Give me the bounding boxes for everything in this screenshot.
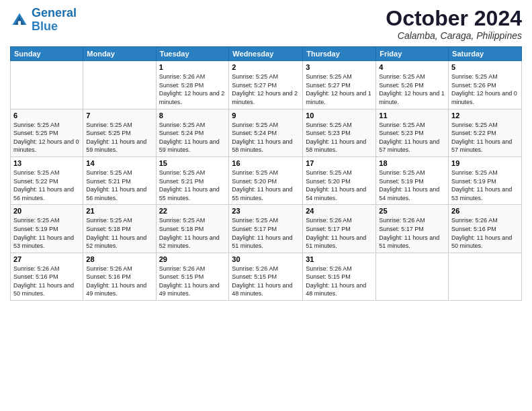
day-number: 7	[86, 111, 152, 120]
day-info: Sunrise: 5:26 AM Sunset: 5:15 PM Dayligh…	[306, 265, 373, 298]
calendar-cell: 8Sunrise: 5:25 AM Sunset: 5:24 PM Daylig…	[156, 109, 229, 156]
day-info: Sunrise: 5:25 AM Sunset: 5:18 PM Dayligh…	[86, 216, 152, 250]
calendar-cell: 24Sunrise: 5:26 AM Sunset: 5:17 PM Dayli…	[303, 205, 376, 253]
day-number: 17	[306, 159, 373, 167]
calendar-cell: 18Sunrise: 5:25 AM Sunset: 5:19 PM Dayli…	[376, 156, 449, 204]
calendar-cell: 25Sunrise: 5:26 AM Sunset: 5:17 PM Dayli…	[376, 205, 449, 253]
day-number: 23	[232, 207, 300, 215]
weekday-header-row: SundayMondayTuesdayWednesdayThursdayFrid…	[11, 47, 522, 61]
calendar-cell: 3Sunrise: 5:25 AM Sunset: 5:27 PM Daylig…	[303, 61, 376, 109]
location-title: Calamba, Caraga, Philippines	[386, 30, 522, 41]
calendar-cell: 29Sunrise: 5:26 AM Sunset: 5:15 PM Dayli…	[156, 253, 229, 300]
day-info: Sunrise: 5:25 AM Sunset: 5:19 PM Dayligh…	[13, 216, 80, 250]
calendar-cell	[83, 61, 156, 109]
day-number: 24	[306, 207, 373, 215]
calendar-cell	[376, 253, 449, 300]
day-info: Sunrise: 5:26 AM Sunset: 5:17 PM Dayligh…	[306, 216, 373, 250]
day-number: 8	[159, 111, 226, 120]
day-number: 12	[451, 111, 519, 120]
calendar-cell: 13Sunrise: 5:25 AM Sunset: 5:22 PM Dayli…	[11, 156, 83, 204]
calendar-cell: 19Sunrise: 5:25 AM Sunset: 5:19 PM Dayli…	[449, 156, 522, 204]
header: General Blue October 2024 Calamba, Carag…	[10, 7, 522, 41]
day-number: 18	[379, 159, 445, 167]
calendar-cell: 9Sunrise: 5:25 AM Sunset: 5:24 PM Daylig…	[229, 109, 303, 156]
calendar-cell: 27Sunrise: 5:26 AM Sunset: 5:16 PM Dayli…	[11, 253, 83, 300]
day-info: Sunrise: 5:25 AM Sunset: 5:20 PM Dayligh…	[232, 169, 300, 202]
day-number: 30	[232, 255, 300, 263]
month-title: October 2024	[386, 7, 522, 30]
day-info: Sunrise: 5:25 AM Sunset: 5:19 PM Dayligh…	[379, 169, 445, 202]
calendar: SundayMondayTuesdayWednesdayThursdayFrid…	[10, 46, 522, 301]
calendar-cell: 12Sunrise: 5:25 AM Sunset: 5:22 PM Dayli…	[449, 109, 522, 156]
day-info: Sunrise: 5:25 AM Sunset: 5:22 PM Dayligh…	[13, 169, 80, 202]
day-number: 10	[306, 111, 373, 120]
day-info: Sunrise: 5:25 AM Sunset: 5:25 PM Dayligh…	[13, 121, 80, 154]
calendar-cell: 28Sunrise: 5:26 AM Sunset: 5:16 PM Dayli…	[83, 253, 156, 300]
day-info: Sunrise: 5:25 AM Sunset: 5:21 PM Dayligh…	[159, 169, 226, 202]
day-number: 22	[159, 207, 226, 215]
day-number: 15	[159, 159, 226, 167]
day-info: Sunrise: 5:26 AM Sunset: 5:17 PM Dayligh…	[379, 216, 445, 250]
calendar-cell	[449, 253, 522, 300]
day-info: Sunrise: 5:26 AM Sunset: 5:16 PM Dayligh…	[13, 265, 80, 298]
day-info: Sunrise: 5:25 AM Sunset: 5:18 PM Dayligh…	[159, 216, 226, 250]
day-number: 14	[86, 159, 152, 167]
day-info: Sunrise: 5:25 AM Sunset: 5:23 PM Dayligh…	[379, 121, 445, 154]
title-block: October 2024 Calamba, Caraga, Philippine…	[386, 7, 522, 41]
day-number: 2	[232, 63, 300, 71]
calendar-cell: 21Sunrise: 5:25 AM Sunset: 5:18 PM Dayli…	[83, 205, 156, 253]
day-number: 16	[232, 159, 300, 167]
day-number: 5	[451, 63, 519, 71]
calendar-cell: 4Sunrise: 5:25 AM Sunset: 5:26 PM Daylig…	[376, 61, 449, 109]
day-info: Sunrise: 5:25 AM Sunset: 5:27 PM Dayligh…	[306, 73, 373, 106]
svg-rect-2	[18, 21, 21, 25]
day-number: 4	[379, 63, 445, 71]
day-number: 28	[86, 255, 152, 263]
day-info: Sunrise: 5:26 AM Sunset: 5:28 PM Dayligh…	[159, 73, 226, 106]
weekday-header-thursday: Thursday	[303, 47, 376, 61]
calendar-cell: 11Sunrise: 5:25 AM Sunset: 5:23 PM Dayli…	[376, 109, 449, 156]
day-number: 6	[13, 111, 80, 120]
day-info: Sunrise: 5:25 AM Sunset: 5:25 PM Dayligh…	[86, 121, 152, 154]
day-info: Sunrise: 5:25 AM Sunset: 5:24 PM Dayligh…	[159, 121, 226, 154]
weekday-header-sunday: Sunday	[11, 47, 83, 61]
weekday-header-saturday: Saturday	[449, 47, 522, 61]
week-row-3: 20Sunrise: 5:25 AM Sunset: 5:19 PM Dayli…	[11, 205, 522, 253]
week-row-4: 27Sunrise: 5:26 AM Sunset: 5:16 PM Dayli…	[11, 253, 522, 300]
day-number: 26	[451, 207, 519, 215]
week-row-0: 1Sunrise: 5:26 AM Sunset: 5:28 PM Daylig…	[11, 61, 522, 109]
week-row-2: 13Sunrise: 5:25 AM Sunset: 5:22 PM Dayli…	[11, 156, 522, 204]
calendar-cell: 15Sunrise: 5:25 AM Sunset: 5:21 PM Dayli…	[156, 156, 229, 204]
day-info: Sunrise: 5:25 AM Sunset: 5:19 PM Dayligh…	[451, 169, 519, 202]
logo-text: General Blue	[32, 7, 77, 34]
day-number: 20	[13, 207, 80, 215]
day-info: Sunrise: 5:25 AM Sunset: 5:26 PM Dayligh…	[451, 73, 519, 106]
day-number: 19	[451, 159, 519, 167]
day-info: Sunrise: 5:25 AM Sunset: 5:23 PM Dayligh…	[306, 121, 373, 154]
day-number: 29	[159, 255, 226, 263]
day-number: 9	[232, 111, 300, 120]
logo-line2: Blue	[32, 19, 58, 33]
day-number: 11	[379, 111, 445, 120]
weekday-header-wednesday: Wednesday	[229, 47, 303, 61]
day-info: Sunrise: 5:25 AM Sunset: 5:24 PM Dayligh…	[232, 121, 300, 154]
day-info: Sunrise: 5:25 AM Sunset: 5:26 PM Dayligh…	[379, 73, 445, 106]
logo-icon	[10, 11, 29, 30]
day-number: 13	[13, 159, 80, 167]
calendar-cell: 23Sunrise: 5:25 AM Sunset: 5:17 PM Dayli…	[229, 205, 303, 253]
day-number: 31	[306, 255, 373, 263]
day-number: 27	[13, 255, 80, 263]
weekday-header-friday: Friday	[376, 47, 449, 61]
day-number: 1	[159, 63, 226, 71]
day-info: Sunrise: 5:25 AM Sunset: 5:17 PM Dayligh…	[232, 216, 300, 250]
calendar-cell: 10Sunrise: 5:25 AM Sunset: 5:23 PM Dayli…	[303, 109, 376, 156]
calendar-cell	[11, 61, 83, 109]
logo: General Blue	[10, 7, 77, 34]
day-info: Sunrise: 5:25 AM Sunset: 5:21 PM Dayligh…	[86, 169, 152, 202]
calendar-cell: 26Sunrise: 5:26 AM Sunset: 5:16 PM Dayli…	[449, 205, 522, 253]
week-row-1: 6Sunrise: 5:25 AM Sunset: 5:25 PM Daylig…	[11, 109, 522, 156]
calendar-cell: 2Sunrise: 5:25 AM Sunset: 5:27 PM Daylig…	[229, 61, 303, 109]
calendar-cell: 5Sunrise: 5:25 AM Sunset: 5:26 PM Daylig…	[449, 61, 522, 109]
logo-line1: General	[32, 6, 77, 19]
calendar-cell: 30Sunrise: 5:26 AM Sunset: 5:15 PM Dayli…	[229, 253, 303, 300]
